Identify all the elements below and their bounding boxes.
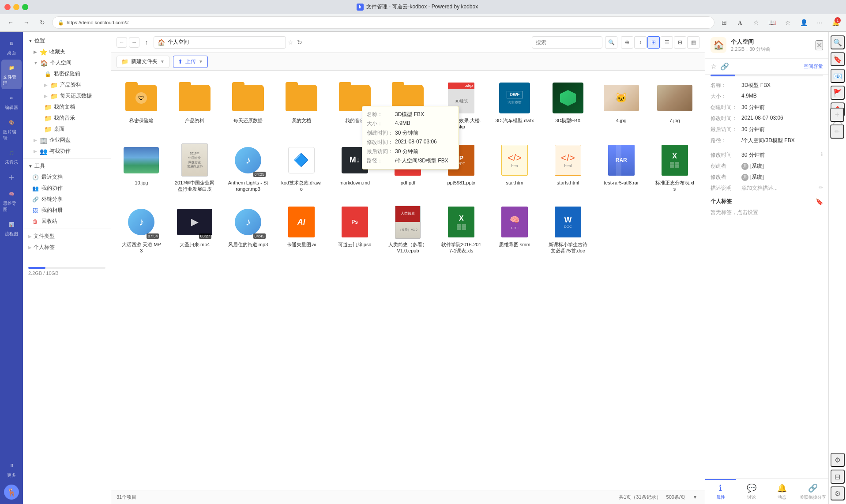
tags-bookmark-icon[interactable]: 🔖	[816, 198, 823, 205]
info-action-share-icon[interactable]: 🔗	[720, 62, 729, 71]
per-page-dropdown[interactable]: ▼	[691, 493, 699, 502]
nav-personal-tags-header[interactable]: ▶ 个人标签	[23, 242, 111, 253]
path-up-button[interactable]: ↑	[141, 37, 152, 48]
file-item-epub[interactable]: 人类简史 （多看）V1.0 人类简史（多看）V1.0.epub	[383, 200, 433, 259]
file-item-xls-normal[interactable]: X 标准正态分布表.xls	[650, 138, 699, 197]
url-bar[interactable]: 🔒 https://demo.kodcloud.com/#	[52, 16, 714, 29]
nav-enterprise[interactable]: ▶ 🏢 企业网盘	[23, 135, 111, 146]
sidebar-icon-music[interactable]: 🎵 乐音乐	[1, 145, 22, 168]
browser-tab-grid-button[interactable]: ⊞	[718, 16, 730, 29]
file-item-xls-course[interactable]: X 软件学院2016-2017-1课表.xls	[436, 200, 486, 259]
right-bar-flag-button[interactable]: 🚩	[831, 86, 845, 100]
browser-notification-button[interactable]: 🔔 1	[829, 16, 842, 29]
file-item-dwf[interactable]: DWF 汽车模型 3D-汽车模型.dwfx	[490, 76, 540, 135]
browser-back-button[interactable]: ←	[4, 16, 17, 29]
search-button[interactable]: 🔍	[605, 36, 617, 49]
file-item-ai[interactable]: Ai 卡通矢量图.ai	[276, 200, 326, 259]
info-tab-relations[interactable]: 🔗 关联拖拽分享	[797, 479, 828, 504]
path-back-button[interactable]: ←	[117, 37, 127, 48]
search-input[interactable]	[532, 36, 602, 49]
sidebar-icon-mindmap[interactable]: 🧠 思维导图	[1, 186, 22, 215]
nav-private-safe[interactable]: 🔒 私密保险箱	[35, 68, 111, 79]
space-capacity-button[interactable]: 空间容量	[804, 63, 823, 70]
browser-account-button[interactable]: 👤	[797, 16, 810, 29]
nav-my-collab[interactable]: ▶ 👥 与我协作	[23, 146, 111, 157]
nav-file-type-header[interactable]: ▶ 文件类型	[23, 231, 111, 242]
info-extra-modify-time-edit-icon[interactable]: ℹ	[821, 151, 823, 159]
nav-my-music[interactable]: 📁 我的音乐	[35, 113, 111, 124]
file-item-star-htm[interactable]: </> htm star.htm	[490, 138, 540, 197]
right-bar-bottom-button[interactable]: ⚙	[831, 486, 845, 500]
browser-font-button[interactable]: 𝐀	[734, 16, 746, 29]
minimize-window-button[interactable]	[13, 4, 19, 10]
file-item-7jpg[interactable]: 7.jpg	[650, 76, 699, 135]
file-item-video[interactable]: ▶ 03:27 大圣归来.mp4	[170, 200, 220, 259]
right-bar-settings-button[interactable]: ⚙	[831, 453, 845, 467]
file-item-word[interactable]: W DOC 新课标小学生古诗文必背75首.doc	[543, 200, 593, 259]
path-forward-button[interactable]: →	[129, 37, 139, 48]
browser-menu-button[interactable]: ···	[813, 16, 826, 29]
file-item-music2[interactable]: ♪ 07:54 大话西游 天浴.MP3	[117, 200, 166, 259]
view-list-button[interactable]: ☰	[661, 36, 673, 49]
sidebar-icon-more[interactable]: ⠿ 更多	[1, 458, 22, 481]
sidebar-icon-desktop[interactable]: 🖥 桌面	[1, 35, 22, 59]
info-tab-activity[interactable]: 🔔 动态	[767, 479, 798, 504]
path-refresh-icon[interactable]: ↻	[297, 39, 302, 46]
new-folder-button[interactable]: 📁 新建文件夹 ▼	[117, 56, 169, 68]
view-details-button[interactable]: ⊟	[674, 36, 686, 49]
file-item-music3[interactable]: ♪ 04:45 风居住的街道.mp3	[223, 200, 273, 259]
file-item-psd[interactable]: Ps 可道云门牌.psd	[330, 200, 380, 259]
description-placeholder[interactable]: 添加文档描述...	[741, 184, 819, 192]
info-tab-discussion[interactable]: 💬 讨论	[736, 479, 767, 504]
browser-refresh-button[interactable]: ↻	[36, 16, 49, 29]
file-item-2017report[interactable]: 2017年中国企业网盘行业发展白皮书 2017年中国企业网盘行业发展白皮	[170, 138, 220, 197]
path-star-icon[interactable]: ☆	[288, 39, 293, 46]
file-item-fbx[interactable]: 名称： 3D模型 FBX 大小： 4.9MB 创建时间： 30 分钟前	[543, 76, 593, 135]
view-zoom-in-button[interactable]: ⊕	[621, 36, 633, 49]
nav-tools-header[interactable]: ▼ 工具	[23, 161, 111, 172]
sidebar-icon-files[interactable]: 📁 文件管理	[1, 60, 22, 89]
file-item-smm[interactable]: 🧠 smm 思维导图.smm	[490, 200, 540, 259]
info-tab-properties[interactable]: ℹ 属性	[705, 479, 736, 504]
right-bar-search-button[interactable]: 🔍	[831, 35, 845, 49]
nav-external-share[interactable]: 🔗 外链分享	[23, 194, 111, 205]
nav-desktop[interactable]: 📁 桌面	[35, 124, 111, 135]
view-sort-button[interactable]: ↕	[634, 36, 647, 49]
description-edit-icon[interactable]: ✏	[819, 184, 823, 192]
file-item-10jpg[interactable]: 10.jpg	[117, 138, 166, 197]
user-avatar[interactable]: 🦌	[4, 485, 19, 500]
view-preview-button[interactable]: ▦	[687, 36, 699, 49]
browser-star-button[interactable]: ☆	[750, 16, 762, 29]
view-large-icon-button[interactable]: ⊞	[647, 36, 660, 49]
nav-favorites[interactable]: ▶ ⭐ 收藏夹	[23, 46, 111, 57]
browser-forward-button[interactable]: →	[20, 16, 33, 29]
sidebar-icon-add[interactable]: ＋	[1, 169, 22, 185]
file-item-4jpg[interactable]: 🐱 4.jpg	[596, 76, 646, 135]
file-item-my-docs[interactable]: 我的文档	[276, 76, 326, 135]
file-item-drawio[interactable]: 🔷 kod技术总览.drawio	[276, 138, 326, 197]
sidebar-icon-flowchart[interactable]: 📊 流程图	[1, 216, 22, 240]
file-item-daily-restore[interactable]: 每天还原数据	[223, 76, 273, 135]
browser-favorites-button[interactable]: ☆	[782, 16, 794, 29]
file-item-rar[interactable]: RAR test-rar5-utf8.rar	[596, 138, 646, 197]
file-item-anthem[interactable]: ♪ 04:25 Anthem Lights - Stranger.mp3	[223, 138, 273, 197]
nav-tools-collab[interactable]: 👥 我的协作	[23, 183, 111, 194]
nav-products[interactable]: ▶ 📁 产品资料	[35, 79, 111, 90]
right-bar-bookmark-button[interactable]: 🔖	[831, 52, 845, 66]
nav-my-docs[interactable]: 📁 我的文档	[35, 102, 111, 113]
nav-recycle-bin[interactable]: 🗑 回收站	[23, 216, 111, 227]
file-item-private-safe[interactable]: 🛡 私密保险箱	[117, 76, 166, 135]
maximize-window-button[interactable]	[22, 4, 28, 10]
file-item-starts-html[interactable]: </> html starts.html	[543, 138, 593, 197]
nav-personal-space[interactable]: ▼ 🏠 个人空间	[23, 57, 111, 68]
upload-button[interactable]: ⬆ 上传 ▼	[173, 56, 208, 68]
nav-recent-docs[interactable]: 🕐 最近文档	[23, 172, 111, 183]
close-window-button[interactable]	[4, 4, 11, 10]
file-item-products[interactable]: 产品资料	[170, 76, 220, 135]
info-panel-close-button[interactable]: ✕	[816, 40, 823, 50]
info-action-star-icon[interactable]: ☆	[711, 62, 717, 71]
right-bar-mail-button[interactable]: 📧	[831, 69, 845, 83]
nav-daily-restore[interactable]: ▶ 📁 每天还原数据	[35, 90, 111, 102]
right-bar-layout-button[interactable]: ⊟	[831, 470, 845, 484]
browser-reader-button[interactable]: 📖	[766, 16, 778, 29]
